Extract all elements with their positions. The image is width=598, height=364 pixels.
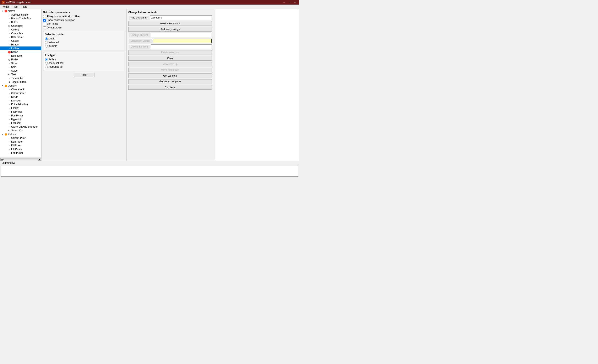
delete-item-input[interactable]: [151, 44, 212, 49]
sidebar-item-native[interactable]: ▼ 🔴 Native: [0, 9, 41, 13]
sidebar-item-button[interactable]: ▪ Button: [0, 20, 41, 24]
exp: [4, 144, 8, 147]
radio-single-input[interactable]: [45, 37, 48, 40]
add-this-string-button[interactable]: Add this string: [128, 15, 149, 20]
move-item-down-button[interactable]: Move item down: [128, 68, 212, 72]
sidebar-item-generic[interactable]: ▼ 🟠 Generic: [0, 84, 41, 88]
sidebar-item-ownerdrawncombobox[interactable]: ▪ OwnerDrawnComboBox: [0, 125, 41, 129]
radio-checklistbox-input[interactable]: [45, 62, 48, 65]
generic-label: Generic: [8, 84, 17, 87]
sidebar-item-fontpicker2[interactable]: ▪ FontPicker: [0, 151, 41, 155]
expander-generic: ▼: [1, 84, 4, 87]
sidebar-item-radio[interactable]: ◎ Radio: [0, 58, 41, 61]
expander-pickers: ▼: [1, 133, 4, 136]
exp: [4, 69, 8, 73]
move-item-up-button[interactable]: Move item up: [128, 62, 212, 66]
pickers-icon: 🟠: [4, 133, 8, 136]
sidebar-item-native-sub[interactable]: 🔴 Native: [0, 50, 41, 54]
run-tests-button[interactable]: Run tests: [128, 85, 212, 90]
exp: [4, 13, 8, 16]
change-current-button[interactable]: Change current: [128, 33, 150, 37]
sidebar-item-pickers[interactable]: ▼ 🟠 Pickers: [0, 132, 41, 136]
sidebar-item-slider[interactable]: ▪ Slider: [0, 61, 41, 65]
reset-button[interactable]: Reset: [74, 73, 94, 77]
owner-drawn-checkbox[interactable]: [43, 26, 46, 29]
sidebar-scroll[interactable]: ▼ 🔴 Native ▪ ActivityIndicator ▪ BitmapC…: [0, 9, 41, 158]
sidebar-scrollbar-horizontal[interactable]: ◀ ▶: [0, 158, 41, 161]
sidebar-item-dirpicker[interactable]: ▪ DirPicker: [0, 99, 41, 103]
sidebar-item-combobox[interactable]: ▪ Combobox: [0, 32, 41, 35]
scroll-track[interactable]: [3, 159, 38, 160]
label: DirCtrl: [11, 96, 18, 98]
sidebar-item-colourpicker2[interactable]: ▪ ColourPicker: [0, 136, 41, 140]
leaf-icon: ▪: [8, 91, 11, 95]
menu-page[interactable]: Page: [20, 5, 29, 9]
get-count-per-page-button[interactable]: Get count per page: [128, 79, 212, 84]
close-button[interactable]: ✕: [292, 1, 297, 4]
radio-listbox: list box: [45, 58, 123, 61]
horiz-scroll-checkbox[interactable]: [43, 19, 46, 22]
label: ActivityIndicator: [11, 13, 29, 16]
sidebar-item-bitmapcombobox[interactable]: ▪ BitmapComboBox: [0, 16, 41, 20]
sidebar-item-hyperlink[interactable]: ▪ Hyperlink: [0, 117, 41, 121]
log-content[interactable]: [1, 166, 298, 177]
sidebar-item-datepicker2[interactable]: ▪ DatePicker: [0, 140, 41, 144]
sidebar-item-static[interactable]: ▪ Static: [0, 69, 41, 73]
sidebar-item-spin[interactable]: ▪ Spin: [0, 65, 41, 69]
minimize-button[interactable]: −: [282, 1, 287, 4]
menu-widget[interactable]: Widget: [1, 5, 12, 9]
sidebar-item-text[interactable]: ab| Text: [0, 73, 41, 76]
sidebar-item-datepicker[interactable]: ▪ DatePicker: [0, 35, 41, 39]
leaf-icon: ▪: [8, 43, 11, 46]
scroll-left-arrow[interactable]: ◀: [0, 158, 3, 161]
sidebar-item-header[interactable]: ▪ Header: [0, 43, 41, 47]
delete-this-item-button[interactable]: Delete this item: [128, 44, 150, 49]
exp: [4, 106, 8, 110]
sidebar-item-filepicker[interactable]: ▪ FilePicker: [0, 110, 41, 114]
exp: [4, 151, 8, 155]
maximize-button[interactable]: □: [287, 1, 292, 4]
radio-multiple-input[interactable]: [45, 45, 48, 48]
radio-extended-input[interactable]: [45, 41, 48, 44]
delete-selection-button[interactable]: Delete selection: [128, 50, 212, 55]
add-many-strings-button[interactable]: Add many strings: [128, 27, 212, 32]
menu-text[interactable]: Text: [12, 5, 20, 9]
sidebar-item-checkbox[interactable]: ☒ CheckBox: [0, 24, 41, 28]
make-visible-input[interactable]: [153, 39, 212, 43]
sidebar-item-togglebutton[interactable]: ⚙ ToggleButton: [0, 80, 41, 84]
content-area: Set listbox parameters Always show verti…: [42, 9, 299, 161]
sidebar-item-dirctrl[interactable]: ▪ DirCtrl: [0, 95, 41, 99]
leaf-icon: ▪: [8, 151, 11, 155]
exp: [4, 43, 8, 46]
always-scroll-checkbox[interactable]: [43, 15, 46, 18]
add-string-input[interactable]: [150, 15, 212, 20]
sidebar-item-filectrl[interactable]: ▪ FileCtrl: [0, 106, 41, 110]
sidebar-item-fontpicker[interactable]: ▪ FontPicker: [0, 114, 41, 117]
radio-rearrange-input[interactable]: [45, 65, 48, 68]
label: Notebook: [11, 54, 22, 57]
clear-button[interactable]: Clear: [128, 56, 212, 61]
sidebar-item-filepicker2[interactable]: ▪ FilePicker: [0, 147, 41, 151]
sidebar-item-gauge[interactable]: ▪ Gauge: [0, 39, 41, 43]
sidebar-item-notebook[interactable]: ▪ Notebook: [0, 54, 41, 58]
sidebar-item-choicebook[interactable]: ▪ Choicebook: [0, 88, 41, 91]
sidebar-item-editablelistbox[interactable]: ▪ EditableListbox: [0, 103, 41, 106]
sidebar-item-dirpicker2[interactable]: ▪ DirPicker: [0, 144, 41, 147]
insert-few-strings-button[interactable]: Insert a few strings: [128, 21, 212, 26]
radio-listbox-input[interactable]: [45, 58, 48, 61]
sidebar-item-colourpicker[interactable]: ▪ ColourPicker: [0, 91, 41, 95]
sidebar-item-activityindicator[interactable]: ▪ ActivityIndicator: [0, 13, 41, 16]
control-panel: Change listbox contents Add this string …: [127, 9, 214, 161]
sidebar-item-searchctrl[interactable]: ab| SearchCtrl: [0, 129, 41, 132]
scroll-right-arrow[interactable]: ▶: [38, 158, 41, 161]
sidebar-item-listbook[interactable]: ▪ Listbook: [0, 121, 41, 125]
sidebar-item-listbox[interactable]: ▪ Listbox: [0, 47, 41, 50]
title-bar-left: 🔧 wxMSW widgets demo: [2, 1, 31, 4]
app-title: wxMSW widgets demo: [6, 1, 31, 4]
make-item-visible-button[interactable]: Make item visible: [128, 39, 152, 43]
sidebar-item-choice[interactable]: ▪ Choice: [0, 28, 41, 32]
sort-items-checkbox[interactable]: [43, 23, 46, 25]
sidebar-item-timepicker[interactable]: ▪ TimePicker: [0, 76, 41, 80]
change-current-input[interactable]: [151, 33, 212, 37]
get-top-item-button[interactable]: Get top item: [128, 73, 212, 78]
